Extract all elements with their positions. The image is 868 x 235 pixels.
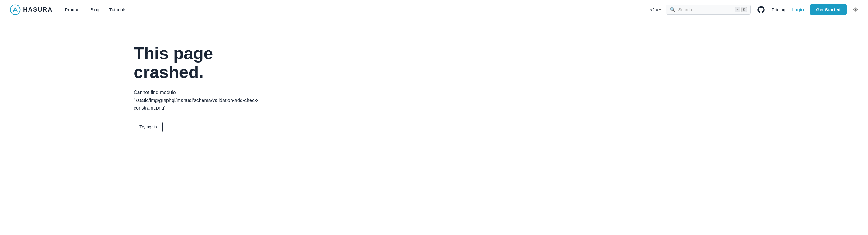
logo-text: HASURA <box>23 6 53 13</box>
nav-links: Product Blog Tutorials <box>65 7 650 12</box>
kbd-cmd: ⌘ <box>735 7 740 12</box>
svg-point-0 <box>10 5 20 14</box>
nav-tutorials[interactable]: Tutorials <box>109 7 126 12</box>
search-box[interactable]: 🔍 Search ⌘ K <box>666 5 751 15</box>
version-dropdown-icon: ▾ <box>659 8 661 12</box>
search-placeholder: Search <box>678 7 732 12</box>
github-icon[interactable] <box>757 5 765 14</box>
crash-title: This page crashed. <box>134 44 273 81</box>
nav-right: Pricing Login Get Started ☀ <box>757 4 858 15</box>
logo-link[interactable]: HASURA <box>10 4 53 15</box>
theme-toggle-icon[interactable]: ☀ <box>853 6 858 14</box>
kbd-k: K <box>741 7 747 12</box>
try-again-button[interactable]: Try again <box>134 122 163 132</box>
hasura-logo-icon <box>10 4 21 15</box>
nav-login[interactable]: Login <box>792 7 804 12</box>
crash-page: This page crashed. Cannot find module '.… <box>0 20 273 156</box>
nav-pricing[interactable]: Pricing <box>771 7 785 12</box>
version-label: v2.x <box>650 7 658 12</box>
nav-blog[interactable]: Blog <box>90 7 99 12</box>
search-keyboard-shortcut: ⌘ K <box>735 7 747 12</box>
get-started-button[interactable]: Get Started <box>810 4 847 15</box>
crash-message: Cannot find module './static/img/graphql… <box>134 88 273 112</box>
navbar: HASURA Product Blog Tutorials v2.x ▾ 🔍 S… <box>0 0 868 20</box>
version-selector[interactable]: v2.x ▾ <box>650 7 661 12</box>
search-icon: 🔍 <box>670 7 676 12</box>
nav-center: v2.x ▾ 🔍 Search ⌘ K <box>650 5 751 15</box>
nav-product[interactable]: Product <box>65 7 81 12</box>
